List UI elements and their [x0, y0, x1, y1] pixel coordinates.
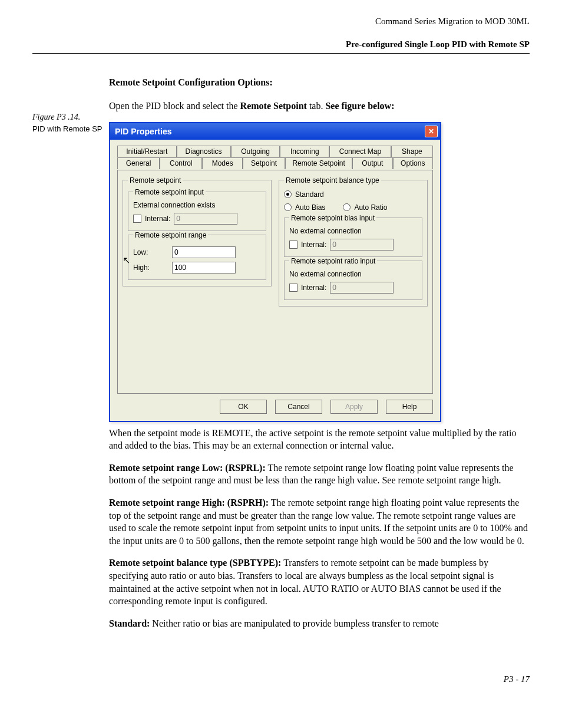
tab-diagnostics[interactable]: Diagnostics — [177, 146, 231, 157]
ratio-internal-label: Internal: — [301, 284, 326, 292]
remote-setpoint-input-group: Remote setpoint input External connectio… — [128, 188, 266, 231]
page-number: P3 - 17 — [32, 674, 530, 684]
paragraph-3: Remote setpoint range High: (RSPRH): The… — [109, 496, 530, 547]
tab-outgoing[interactable]: Outgoing — [231, 146, 280, 157]
pid-properties-dialog: PID Properties ✕ Initial/Restart Diagnos… — [109, 122, 441, 422]
intro-line: Open the PID block and select the Remote… — [109, 100, 530, 113]
ratio-input-group: Remote setpoint ratio input No external … — [284, 257, 422, 300]
titlebar: PID Properties ✕ — [110, 123, 440, 140]
dialog-title: PID Properties — [115, 127, 425, 136]
p2-bold: Remote setpoint range Low: (RSPRL): — [109, 463, 266, 473]
paragraph-4: Remote setpoint balance type (SPBTYPE): … — [109, 556, 530, 607]
radio-auto-ratio[interactable] — [343, 203, 351, 211]
tab-control[interactable]: Control — [160, 157, 202, 169]
intro-d: See figure below: — [323, 101, 394, 111]
remote-setpoint-range-group: Remote setpoint range Low: ↖ High: — [128, 231, 266, 280]
autoratio-label: Auto Ratio — [354, 203, 387, 212]
remote-setpoint-input-legend: Remote setpoint input — [133, 188, 206, 196]
divider — [32, 53, 530, 54]
tab-modes[interactable]: Modes — [202, 157, 242, 169]
balance-type-group: Remote setpoint balance type Standard Au… — [279, 176, 428, 307]
p5-bold: Standard: — [109, 618, 150, 628]
ratio-noext-text: No external connection — [289, 270, 417, 278]
close-icon[interactable]: ✕ — [425, 126, 438, 137]
tab-connect-map[interactable]: Connect Map — [329, 146, 391, 157]
internal-field[interactable] — [174, 213, 237, 225]
bias-internal-field[interactable] — [330, 239, 394, 251]
tab-setpoint[interactable]: Setpoint — [243, 157, 285, 169]
tab-initial-restart[interactable]: Initial/Restart — [117, 146, 177, 157]
bias-noext-text: No external connection — [289, 227, 417, 235]
tab-incoming[interactable]: Incoming — [280, 146, 329, 157]
remote-setpoint-group: Remote setpoint Remote setpoint input Ex… — [123, 176, 272, 286]
config-heading: Remote Setpoint Configuration Options: — [109, 77, 530, 88]
balance-type-legend: Remote setpoint balance type — [284, 176, 381, 185]
tab-remote-setpoint[interactable]: Remote Setpoint — [285, 157, 352, 169]
section-header: Pre-configured Single Loop PID with Remo… — [32, 39, 530, 50]
bias-input-legend: Remote setpoint bias input — [289, 214, 376, 222]
tab-output[interactable]: Output — [352, 157, 392, 169]
ratio-internal-field[interactable] — [330, 282, 394, 294]
bias-internal-label: Internal: — [301, 241, 326, 249]
radio-standard[interactable] — [284, 190, 292, 198]
intro-c: tab. — [307, 101, 323, 111]
cursor-icon: ↖ — [123, 255, 269, 266]
autobias-label: Auto Bias — [295, 203, 325, 212]
doc-title: Command Series Migration to MOD 30ML — [32, 17, 530, 27]
ratio-internal-checkbox[interactable] — [289, 284, 297, 292]
standard-label: Standard — [295, 190, 324, 199]
external-connection-text: External connection exists — [133, 201, 261, 209]
range-legend: Remote setpoint range — [133, 231, 208, 239]
intro-a: Open the PID block and select the — [109, 101, 240, 111]
cancel-button[interactable]: Cancel — [275, 400, 322, 414]
remote-setpoint-legend: Remote setpoint — [128, 176, 183, 185]
p3-bold: Remote setpoint range High: (RSPRH): — [109, 498, 269, 508]
radio-auto-bias[interactable] — [284, 203, 292, 211]
intro-b: Remote Setpoint — [240, 101, 307, 111]
bias-internal-checkbox[interactable] — [289, 241, 297, 249]
internal-label: Internal: — [145, 215, 170, 223]
paragraph-1: When the setpoint mode is REMOTE, the ac… — [109, 427, 530, 452]
figure-description: PID with Remote SP — [32, 124, 109, 133]
figure-label: Figure P3 .14. — [32, 113, 109, 122]
tab-options[interactable]: Options — [393, 157, 433, 169]
paragraph-2: Remote setpoint range Low: (RSPRL): The … — [109, 462, 530, 487]
paragraph-5: Standard: Neither ratio or bias are mani… — [109, 617, 530, 630]
apply-button[interactable]: Apply — [330, 400, 378, 414]
p4-bold: Remote setpoint balance type (SPBTYPE): — [109, 558, 281, 568]
help-button[interactable]: Help — [386, 400, 433, 414]
bias-input-group: Remote setpoint bias input No external c… — [284, 214, 422, 257]
internal-checkbox[interactable] — [133, 215, 141, 223]
tab-general[interactable]: General — [117, 157, 160, 169]
ok-button[interactable]: OK — [220, 400, 267, 414]
p5-text: Neither ratio or bias are manipulated to… — [150, 618, 439, 628]
tab-shape[interactable]: Shape — [391, 146, 433, 157]
ratio-input-legend: Remote setpoint ratio input — [289, 257, 377, 265]
